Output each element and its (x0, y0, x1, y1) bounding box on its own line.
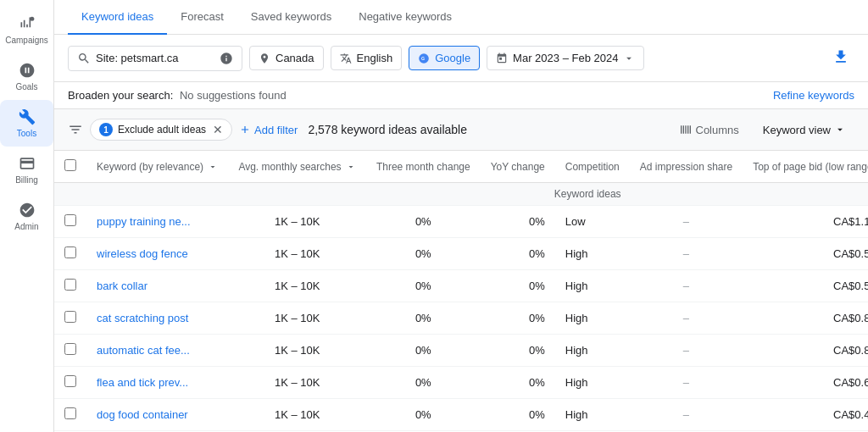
col-keyword[interactable]: Keyword (by relevance) (86, 151, 228, 183)
row-avg-monthly: 1K – 10K (228, 238, 366, 270)
row-checkbox[interactable] (64, 311, 76, 323)
row-yoy: 0% (481, 367, 555, 399)
search-input[interactable] (96, 52, 214, 64)
goals-icon (19, 62, 36, 79)
col-competition[interactable]: Competition (555, 151, 630, 183)
row-checkbox[interactable] (64, 375, 76, 387)
keyword-view-button[interactable]: Keyword view (754, 119, 854, 141)
row-ad-impression: – (630, 399, 743, 431)
download-icon (832, 48, 849, 65)
broaden-text: Broaden your search: No suggestions foun… (68, 89, 287, 102)
row-avg-monthly: 1K – 10K (228, 270, 366, 302)
exclude-adult-chip[interactable]: 1 Exclude adult ideas ✕ (90, 119, 232, 141)
section-header-cell: Keyword ideas (54, 183, 868, 206)
svg-point-0 (30, 17, 34, 21)
location-chip[interactable]: Canada (249, 46, 324, 70)
tab-negative-keywords[interactable]: Negative keywords (345, 0, 465, 35)
row-checkbox-cell[interactable] (54, 399, 86, 431)
row-competition: High (555, 335, 630, 367)
language-chip[interactable]: English (331, 46, 403, 70)
row-low-bid: CA$0.82 (743, 302, 868, 335)
row-yoy: 0% (481, 238, 555, 270)
tab-saved-keywords[interactable]: Saved keywords (237, 0, 345, 35)
row-checkbox-cell[interactable] (54, 335, 86, 367)
col-three-month[interactable]: Three month change (366, 151, 481, 183)
row-checkbox[interactable] (64, 214, 76, 226)
row-competition: High (555, 270, 630, 302)
location-icon (259, 53, 270, 64)
engine-chip[interactable]: G Google (409, 46, 480, 70)
row-three-month: 0% (366, 399, 481, 431)
download-button[interactable] (827, 43, 854, 73)
row-three-month: 0% (366, 335, 481, 367)
section-header-row: Keyword ideas (54, 183, 868, 206)
row-checkbox-cell[interactable] (54, 238, 86, 270)
col-low-bid[interactable]: Top of page bid (low range) (743, 151, 868, 183)
row-checkbox[interactable] (64, 246, 76, 258)
row-ad-impression: – (630, 367, 743, 399)
row-ad-impression: – (630, 335, 743, 367)
sidebar-item-admin[interactable]: Admin (0, 193, 53, 240)
row-checkbox[interactable] (64, 279, 76, 291)
keyword-table-container: Keyword (by relevance) Avg. monthly sear… (54, 151, 868, 432)
row-ad-impression: – (630, 302, 743, 335)
filter-close-icon[interactable]: ✕ (213, 123, 223, 136)
row-competition: High (555, 302, 630, 335)
columns-button[interactable]: Columns (670, 118, 748, 141)
row-yoy: 0% (481, 399, 555, 431)
date-range-chip[interactable]: Mar 2023 – Feb 2024 (487, 46, 644, 70)
row-checkbox[interactable] (64, 407, 76, 419)
row-keyword[interactable]: puppy training ne... (86, 206, 228, 238)
add-icon (239, 124, 251, 136)
language-label: English (357, 52, 393, 64)
search-box[interactable] (68, 46, 242, 71)
tools-icon (19, 108, 36, 125)
row-keyword[interactable]: automatic cat fee... (86, 335, 228, 367)
sidebar-item-tools[interactable]: Tools (0, 100, 53, 147)
sidebar-item-goals[interactable]: Goals (0, 53, 53, 100)
engine-label: Google (435, 52, 470, 64)
sort-avg-icon (346, 162, 356, 172)
table-row: puppy training ne... 1K – 10K 0% 0% Low … (54, 206, 868, 238)
row-keyword[interactable]: wireless dog fence (86, 238, 228, 270)
billing-icon (19, 155, 36, 172)
add-filter-button[interactable]: Add filter (239, 124, 298, 136)
sidebar-item-campaigns-label: Campaigns (5, 36, 48, 45)
toolbar: Canada English G Google Mar 2023 – Feb 2… (54, 35, 868, 82)
row-checkbox-cell[interactable] (54, 302, 86, 335)
row-three-month: 0% (366, 302, 481, 335)
date-range-label: Mar 2023 – Feb 2024 (513, 52, 618, 64)
filter-chip-label: Exclude adult ideas (118, 124, 206, 136)
row-keyword[interactable]: bark collar (86, 270, 228, 302)
row-keyword[interactable]: cat scratching post (86, 302, 228, 335)
row-ad-impression: – (630, 270, 743, 302)
row-checkbox-cell[interactable] (54, 367, 86, 399)
table-body: Keyword ideas puppy training ne... 1K – … (54, 183, 868, 433)
row-keyword[interactable]: flea and tick prev... (86, 367, 228, 399)
refine-keywords-button[interactable]: Refine keywords (773, 89, 854, 102)
tab-keyword-ideas[interactable]: Keyword ideas (68, 0, 167, 35)
search-icon (77, 52, 91, 65)
col-avg-monthly[interactable]: Avg. monthly searches (228, 151, 366, 183)
row-yoy: 0% (481, 335, 555, 367)
tab-forecast[interactable]: Forecast (167, 0, 237, 35)
col-yoy[interactable]: YoY change (481, 151, 555, 183)
row-low-bid: CA$0.69 (743, 367, 868, 399)
row-avg-monthly: 1K – 10K (228, 335, 366, 367)
sidebar-item-billing[interactable]: Billing (0, 147, 53, 193)
row-yoy: 0% (481, 302, 555, 335)
row-low-bid: CA$0.46 (743, 399, 868, 431)
row-checkbox-cell[interactable] (54, 206, 86, 238)
table-row: automatic cat fee... 1K – 10K 0% 0% High… (54, 335, 868, 367)
ideas-count: 2,578 keyword ideas available (308, 123, 467, 136)
row-low-bid: CA$0.58 (743, 270, 868, 302)
col-ad-impression[interactable]: Ad impression share (630, 151, 743, 183)
row-checkbox[interactable] (64, 343, 76, 355)
row-checkbox-cell[interactable] (54, 270, 86, 302)
filter-icon (68, 122, 83, 137)
sidebar: Campaigns Goals Tools Billing Admin (0, 0, 54, 432)
row-keyword[interactable]: dog food container (86, 399, 228, 431)
sidebar-item-campaigns[interactable]: Campaigns (0, 7, 53, 53)
info-icon (220, 52, 233, 65)
select-all-checkbox[interactable] (64, 159, 76, 171)
